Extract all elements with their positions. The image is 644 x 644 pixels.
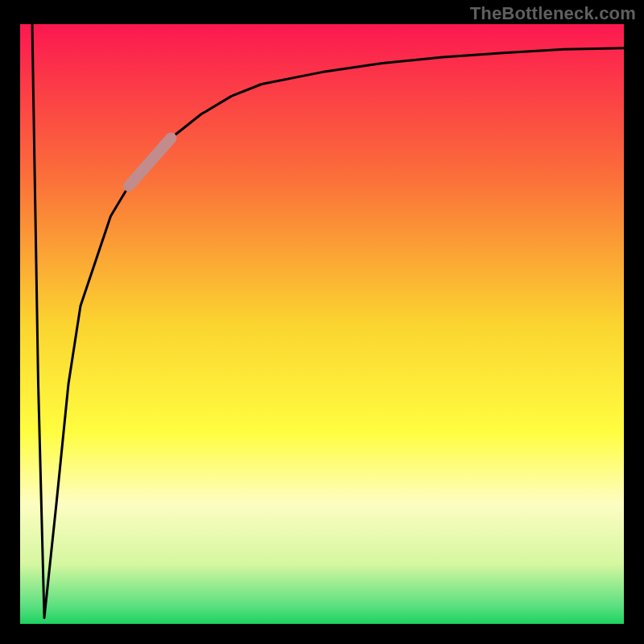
chart-stage: TheBottleneck.com	[0, 0, 644, 644]
highlight-segment	[129, 138, 171, 187]
bottleneck-curve	[32, 24, 624, 618]
plot-area	[20, 24, 624, 624]
watermark-text: TheBottleneck.com	[470, 3, 636, 24]
curve-layer	[20, 24, 624, 624]
